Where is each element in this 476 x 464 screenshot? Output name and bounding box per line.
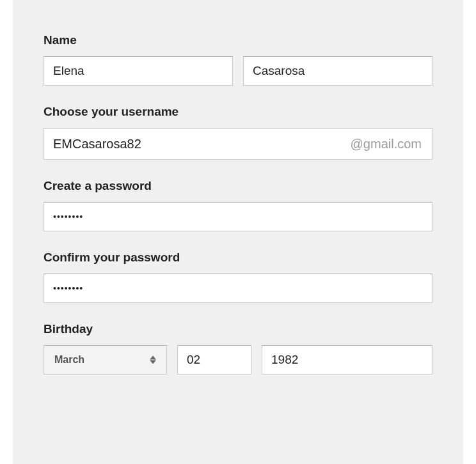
last-name-input[interactable] xyxy=(243,56,432,86)
username-input[interactable] xyxy=(53,137,351,151)
confirm-password-input[interactable] xyxy=(44,274,432,303)
birthday-day-input[interactable] xyxy=(177,345,251,375)
birthday-month-value: March xyxy=(54,354,84,366)
password-label: Create a password xyxy=(44,179,432,193)
triangle-up-icon xyxy=(150,356,156,360)
name-input-row xyxy=(44,56,432,86)
password-field-group: Create a password xyxy=(44,179,432,231)
select-sort-icon xyxy=(150,356,156,364)
first-name-input[interactable] xyxy=(44,56,233,86)
confirm-password-field-group: Confirm your password xyxy=(44,251,432,303)
username-input-wrapper: @gmail.com xyxy=(44,128,432,160)
triangle-down-icon xyxy=(150,360,156,364)
name-field-group: Name xyxy=(44,33,432,86)
username-label: Choose your username xyxy=(44,105,432,119)
birthday-month-select[interactable]: March xyxy=(44,345,167,375)
username-domain-suffix: @gmail.com xyxy=(351,137,422,151)
name-label: Name xyxy=(44,33,432,47)
birthday-input-row: March xyxy=(44,345,432,375)
birthday-field-group: Birthday March xyxy=(44,322,432,375)
birthday-label: Birthday xyxy=(44,322,432,336)
password-input[interactable] xyxy=(44,202,432,231)
signup-form: Name Choose your username @gmail.com Cre… xyxy=(13,0,463,464)
birthday-year-input[interactable] xyxy=(262,345,432,375)
confirm-password-label: Confirm your password xyxy=(44,251,432,265)
username-field-group: Choose your username @gmail.com xyxy=(44,105,432,160)
